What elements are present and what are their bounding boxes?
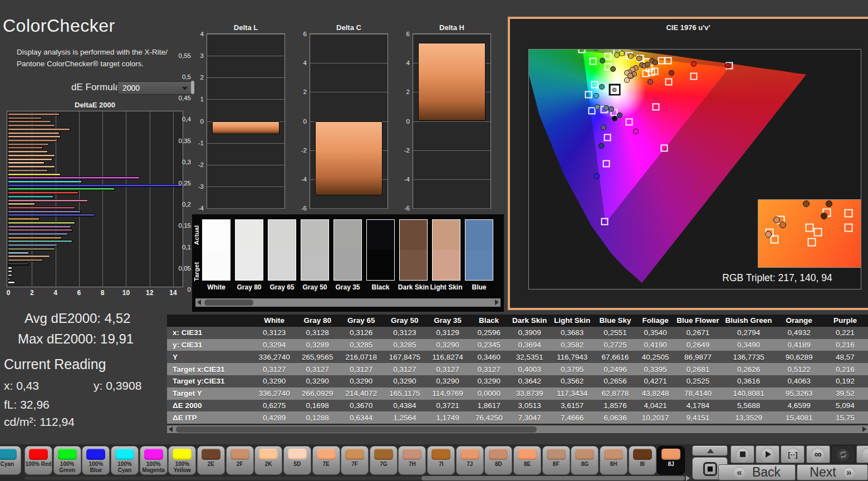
patch-tile-8i[interactable]: 8I bbox=[629, 446, 656, 475]
patch-tile-7g[interactable]: 7G bbox=[370, 446, 398, 475]
infinity-button[interactable]: ∞ bbox=[806, 445, 830, 463]
table-cell: 15,75 bbox=[822, 411, 868, 424]
patch-swatch[interactable] bbox=[301, 219, 329, 281]
empty-button[interactable] bbox=[856, 445, 868, 463]
scroll-right-icon[interactable] bbox=[862, 426, 866, 432]
patch-tile-7h[interactable]: 7H bbox=[398, 446, 426, 475]
patch-tile-7j[interactable]: 7J bbox=[456, 446, 484, 475]
measured-dot-marker bbox=[653, 60, 658, 65]
next-button[interactable]: Next » bbox=[797, 464, 868, 480]
patch-tile-8d[interactable]: 8D bbox=[484, 446, 512, 475]
table-cell: 40,2505 bbox=[636, 351, 675, 363]
swatch-scrollbar[interactable] bbox=[195, 298, 501, 307]
delta-e-bar bbox=[8, 259, 43, 262]
table-cell: 117,3434 bbox=[550, 387, 594, 400]
scrollbar-thumb[interactable] bbox=[204, 300, 253, 306]
delta-e-bar bbox=[8, 267, 12, 269]
y-tick-label: 0,35 bbox=[169, 138, 191, 144]
splitter-handle[interactable] bbox=[191, 81, 194, 94]
patch-swatch[interactable] bbox=[202, 219, 231, 281]
target-square-marker bbox=[690, 73, 697, 80]
patch-swatch[interactable] bbox=[268, 219, 296, 281]
scroll-left-icon[interactable] bbox=[169, 426, 173, 432]
patch-swatch[interactable] bbox=[235, 219, 263, 281]
table-cell: 0,1288 bbox=[296, 411, 340, 424]
column-header: Light Skin bbox=[550, 315, 594, 327]
refresh-button[interactable] bbox=[831, 445, 855, 463]
patch-swatch[interactable] bbox=[399, 219, 428, 281]
scrollbar-thumb[interactable] bbox=[176, 426, 537, 433]
play-button[interactable] bbox=[756, 445, 779, 463]
measured-dot-marker bbox=[594, 93, 599, 99]
tile-swatch bbox=[547, 449, 566, 460]
patch-tile-7e[interactable]: 7E bbox=[312, 446, 340, 475]
patch-tile-7i[interactable]: 7I bbox=[427, 446, 455, 475]
patch-tile-2f[interactable]: 2F bbox=[226, 446, 254, 475]
table-cell: 0,3285 bbox=[340, 339, 383, 351]
tile-swatch bbox=[29, 449, 48, 460]
play-icon bbox=[761, 448, 774, 461]
current-y-value: y: 0,3908 bbox=[94, 379, 141, 392]
patch-tile-100-yellow[interactable]: 100% Yellow bbox=[168, 446, 196, 475]
scroll-right-icon[interactable] bbox=[686, 475, 690, 481]
patch-tile-100-cyan[interactable]: 100% Cyan bbox=[111, 446, 139, 475]
gridline bbox=[310, 63, 388, 63]
patch-tile-8e[interactable]: 8E bbox=[513, 446, 541, 475]
stop-button[interactable] bbox=[730, 445, 754, 463]
patch-tile-100-blue[interactable]: 100% Blue bbox=[82, 446, 110, 475]
y-tick-label: 4 bbox=[187, 31, 204, 37]
table-cell: 39,52 bbox=[822, 387, 868, 400]
infinity-icon: ∞ bbox=[811, 448, 825, 461]
patch-swatch[interactable] bbox=[334, 219, 362, 281]
table-cell: 86,9877 bbox=[674, 351, 721, 363]
patch-swatch[interactable] bbox=[366, 219, 395, 281]
tile-label: 100% Magenta bbox=[140, 461, 167, 473]
y-tick-label: 0,15 bbox=[169, 222, 191, 229]
tiles-scroll-thumb[interactable] bbox=[421, 476, 685, 480]
patch-tile-100-green[interactable]: 100% Green bbox=[53, 446, 81, 475]
table-cell: 165,1175 bbox=[383, 387, 426, 400]
patch-tile-8h[interactable]: 8H bbox=[600, 446, 627, 475]
patch-swatch[interactable] bbox=[465, 219, 493, 281]
patch-tile-2e[interactable]: 2E bbox=[197, 446, 225, 475]
y-tick-label: 0,5 bbox=[169, 73, 191, 80]
y-tick-label: 0,55 bbox=[169, 52, 191, 59]
patch-tile-7f[interactable]: 7F bbox=[341, 446, 369, 475]
patch-swatch[interactable] bbox=[432, 219, 460, 281]
table-cell: 13,3529 bbox=[722, 411, 776, 424]
loop-button[interactable]: [··] bbox=[781, 445, 805, 463]
measured-dot-marker bbox=[648, 79, 653, 85]
tile-label: Cyan bbox=[0, 461, 21, 467]
delta-e-bar bbox=[8, 233, 68, 235]
target-square-marker bbox=[604, 134, 611, 141]
patch-tile-100-magenta[interactable]: 100% Magenta bbox=[140, 446, 168, 475]
gridline bbox=[310, 208, 388, 209]
patch-tile-100-red[interactable]: 100% Red bbox=[24, 446, 52, 475]
patch-tile-5d[interactable]: 5D bbox=[283, 446, 311, 475]
current-x-value: x: 0,43 bbox=[4, 379, 39, 392]
patch-tile-8f[interactable]: 8F bbox=[542, 446, 570, 475]
table-cell: 95,3263 bbox=[776, 387, 822, 400]
delta-chart-title: Delta L bbox=[207, 23, 285, 32]
y-tick-label: 4 bbox=[290, 60, 307, 66]
table-cell: 62,8778 bbox=[594, 387, 636, 400]
back-button[interactable]: « Back bbox=[718, 464, 796, 480]
table-cell: 0,3670 bbox=[340, 400, 383, 412]
measured-dot-marker bbox=[609, 106, 614, 112]
de-formula-dropdown[interactable]: 2000 bbox=[117, 81, 192, 95]
patch-tile-2k[interactable]: 2K bbox=[254, 446, 282, 475]
gridline bbox=[207, 56, 285, 56]
patch-tile-8g[interactable]: 8G bbox=[571, 446, 599, 475]
table-scrollbar[interactable] bbox=[167, 425, 868, 433]
table-cell: 90,6289 bbox=[776, 351, 822, 363]
patch-tile-cyan[interactable]: Cyan bbox=[0, 446, 21, 475]
collapse-toolbar-button[interactable] bbox=[692, 445, 728, 456]
scroll-right-icon[interactable] bbox=[495, 300, 499, 305]
table-cell: 0,3294 bbox=[253, 339, 295, 351]
patch-tile-8j[interactable]: 8J bbox=[657, 446, 685, 475]
table-cell: 5,5688 bbox=[722, 400, 776, 412]
tile-label: 100% Blue bbox=[82, 461, 109, 473]
scroll-left-icon[interactable] bbox=[197, 300, 201, 305]
row-label: Y bbox=[167, 351, 253, 363]
next-button-label: Next bbox=[810, 465, 836, 480]
